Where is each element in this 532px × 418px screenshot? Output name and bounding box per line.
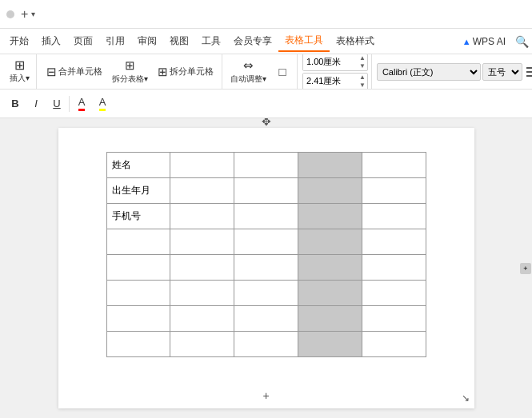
menu-table-tools[interactable]: 表格工具	[278, 30, 330, 52]
table-cell[interactable]	[170, 281, 234, 306]
menu-line-3	[526, 75, 532, 77]
table-cell[interactable]	[234, 306, 298, 332]
font-name-select[interactable]: Calibri (正文)	[377, 63, 481, 81]
table-cell[interactable]	[234, 178, 298, 204]
table-cell[interactable]	[362, 255, 426, 281]
insert-button[interactable]: ⊞ 插入▾	[6, 58, 33, 86]
table-cell[interactable]	[362, 332, 426, 357]
table-cell[interactable]	[170, 332, 234, 357]
add-row-button[interactable]: +	[262, 389, 269, 402]
menu-insert[interactable]: 插入	[35, 31, 67, 51]
split-table-button[interactable]: ⊞ 拆分表格▾	[109, 57, 151, 86]
underline-button[interactable]: U	[48, 95, 66, 113]
search-icon[interactable]: 🔍	[515, 35, 529, 48]
adjust-group: ⇔ 自动调整▾ □	[224, 54, 298, 89]
table-cell[interactable]	[106, 229, 170, 255]
table-cell[interactable]	[170, 306, 234, 332]
menu-member[interactable]: 会员专享	[227, 31, 278, 51]
row-height-field[interactable]	[303, 54, 358, 70]
auto-adjust-icon: ⇔	[243, 58, 254, 73]
font-group: Calibri (正文) 五号	[374, 54, 532, 89]
table-cell[interactable]	[234, 281, 298, 306]
col-width-down[interactable]: ▼	[358, 82, 367, 90]
merge-group: ⊟ 合并单元格 ⊞ 拆分表格▾ ⊞ 拆分单元格	[38, 54, 222, 89]
separator-1	[69, 96, 70, 112]
move-handle[interactable]: ✥	[262, 118, 271, 128]
table-cell[interactable]	[298, 153, 362, 178]
table-cell[interactable]	[362, 178, 426, 204]
table-cell[interactable]: 出生年月	[106, 178, 170, 204]
add-col-button[interactable]: +	[520, 263, 531, 274]
table-cell[interactable]: 手机号	[106, 204, 170, 229]
highlight-icon: A	[99, 96, 106, 111]
resize-handle[interactable]: ↘	[462, 392, 470, 404]
col-width-field[interactable]	[303, 74, 358, 90]
font-color-icon: A	[78, 96, 86, 111]
table-cell[interactable]	[234, 255, 298, 281]
merge-cells-button[interactable]: ⊟ 合并单元格	[42, 63, 107, 81]
menu-tools[interactable]: 工具	[195, 31, 227, 51]
col-width-up[interactable]: ▲	[358, 74, 367, 82]
font-color-button[interactable]: A	[73, 95, 90, 113]
right-scrollbar[interactable]: +	[519, 118, 532, 418]
menu-reference[interactable]: 引用	[99, 31, 131, 51]
table-cell[interactable]	[106, 281, 170, 306]
table-cell[interactable]	[298, 332, 362, 357]
table-cell[interactable]	[170, 153, 234, 178]
table-cell[interactable]	[234, 229, 298, 255]
table-cell[interactable]	[362, 229, 426, 255]
table-cell[interactable]	[234, 332, 298, 357]
italic-button[interactable]: I	[27, 95, 45, 113]
row-height-down[interactable]: ▼	[358, 62, 367, 70]
row-height-arrows: ▲ ▼	[358, 54, 367, 70]
table-cell[interactable]	[298, 229, 362, 255]
add-tab-button[interactable]: +	[21, 7, 28, 22]
table-cell[interactable]	[170, 229, 234, 255]
table-cell[interactable]	[298, 204, 362, 229]
table-cell[interactable]	[298, 178, 362, 204]
expand-menu-button[interactable]	[524, 64, 532, 80]
row-height-up[interactable]: ▲	[358, 54, 367, 62]
table-cell[interactable]	[234, 153, 298, 178]
table-cell[interactable]	[170, 204, 234, 229]
menu-table-style[interactable]: 表格样式	[330, 31, 381, 51]
auto-adjust-label: 自动调整▾	[230, 74, 266, 85]
split-cell-button[interactable]: ⊞ 拆分单元格	[153, 63, 218, 81]
wps-ai-button[interactable]: ▲ WPS AI	[456, 33, 512, 50]
tab-menu-chevron[interactable]: ▾	[31, 10, 35, 18]
table-cell[interactable]	[298, 255, 362, 281]
table-cell[interactable]: 姓名	[106, 153, 170, 178]
title-bar: + ▾	[0, 0, 532, 29]
menu-page[interactable]: 页面	[67, 31, 99, 51]
table-cell[interactable]	[106, 332, 170, 357]
merge-icon: ⊟	[46, 65, 57, 79]
table-cell[interactable]	[106, 306, 170, 332]
font-size-select[interactable]: 五号	[482, 63, 522, 81]
border-button[interactable]: □	[271, 63, 294, 80]
menu-view[interactable]: 视图	[163, 31, 195, 51]
document-table: 姓名出生年月手机号	[106, 152, 426, 357]
menu-start[interactable]: 开始	[3, 31, 35, 51]
toolbar-row2: B I U A A	[0, 90, 532, 118]
table-cell[interactable]	[234, 204, 298, 229]
table-cell[interactable]	[170, 255, 234, 281]
table-cell[interactable]	[298, 306, 362, 332]
table-cell[interactable]	[362, 204, 426, 229]
row-height-input[interactable]: ▲ ▼	[302, 54, 368, 71]
bold-button[interactable]: B	[6, 95, 24, 113]
wps-ai-label: WPS AI	[473, 36, 506, 47]
size-group: ▲ ▼ ▲ ▼	[299, 54, 372, 89]
table-cell[interactable]	[298, 281, 362, 306]
col-width-input[interactable]: ▲ ▼	[302, 73, 368, 90]
auto-adjust-button[interactable]: ⇔ 自动调整▾	[227, 57, 270, 86]
table-cell[interactable]	[170, 178, 234, 204]
border-icon: □	[278, 65, 286, 78]
menu-review[interactable]: 审阅	[131, 31, 163, 51]
table-cell[interactable]	[362, 306, 426, 332]
table-cell[interactable]	[362, 153, 426, 178]
table-cell[interactable]	[106, 255, 170, 281]
merge-label: 合并单元格	[58, 66, 102, 78]
insert-label: 插入▾	[10, 73, 30, 84]
highlight-button[interactable]: A	[94, 95, 111, 113]
table-cell[interactable]	[362, 281, 426, 306]
